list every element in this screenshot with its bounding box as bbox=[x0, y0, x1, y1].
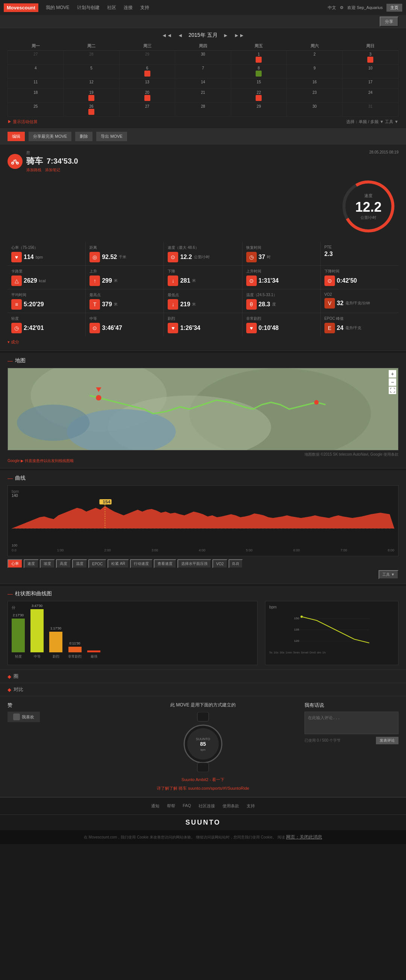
footer-link-community[interactable]: 社区连接 bbox=[198, 803, 215, 809]
share-button[interactable]: 分享 bbox=[380, 16, 398, 27]
circle-section-toggle[interactable]: ◆ 圈 bbox=[0, 670, 406, 683]
nav-connect[interactable]: 连接 bbox=[124, 5, 133, 11]
add-note-link[interactable]: 添加笔记 bbox=[45, 167, 60, 173]
calendar-cell[interactable]: 13 bbox=[119, 78, 175, 89]
calendar-cell[interactable]: 9 bbox=[287, 65, 342, 78]
calendar-cell[interactable]: 28 bbox=[175, 103, 231, 117]
map-zoom-in[interactable]: + bbox=[389, 370, 396, 378]
calendar-cell[interactable]: 29 bbox=[231, 103, 286, 117]
like-button[interactable]: 我喜欢 bbox=[8, 712, 40, 722]
stat-icon: ↓ bbox=[168, 275, 178, 286]
calendar-cell[interactable]: 15 bbox=[231, 78, 286, 89]
calendar-cell[interactable]: 1 bbox=[231, 51, 286, 65]
chart-tab-7[interactable]: 行动速度 bbox=[130, 559, 153, 568]
calendar-cell[interactable]: 7 bbox=[175, 65, 231, 78]
comment-input[interactable] bbox=[305, 712, 398, 734]
chart-tab-6[interactable]: 松紧 AR bbox=[107, 559, 129, 568]
login-button[interactable]: 主页 bbox=[387, 4, 402, 12]
next-month-btn[interactable]: ► bbox=[223, 32, 229, 38]
chart-tab-3[interactable]: 高度 bbox=[56, 559, 71, 568]
stat-cell-9: 下降时间 ⊙ 0:42'50 bbox=[321, 266, 398, 289]
calendar-cell[interactable]: 27 bbox=[119, 103, 175, 117]
google-maps-link[interactable]: Google ▶ 抖直接悬停以出发到线线图顺 bbox=[8, 458, 398, 463]
prev-month-btn[interactable]: ◄ bbox=[178, 32, 183, 38]
compare-section-toggle[interactable]: ◆ 对比 bbox=[0, 683, 406, 696]
more-stats-link[interactable]: ▾ 成分 bbox=[8, 339, 398, 345]
stat-value-row: ♥ 114 bpm bbox=[11, 252, 82, 262]
calendar-cell[interactable]: 14 bbox=[175, 78, 231, 89]
chart-tab-10[interactable]: VO2 bbox=[213, 559, 227, 568]
calendar-cell[interactable]: 19 bbox=[64, 89, 119, 103]
show-activities-btn[interactable]: ▶ 显示活动估算 bbox=[8, 119, 38, 125]
calendar-cell[interactable]: 23 bbox=[287, 89, 342, 103]
calendar-cell[interactable]: 26 bbox=[64, 103, 119, 117]
calendar-cell[interactable]: 27 bbox=[8, 51, 64, 65]
calendar-cell[interactable]: 21 bbox=[175, 89, 231, 103]
calendar-cell[interactable]: 25 bbox=[8, 103, 64, 117]
device-link[interactable]: Suunto Ambit2 - 看一下 bbox=[109, 777, 297, 783]
calendar-cell[interactable]: 8 bbox=[231, 65, 286, 78]
delete-button[interactable]: 删除 bbox=[75, 132, 93, 141]
footer-link-support[interactable]: 支持 bbox=[246, 803, 255, 809]
bar-chart-section: 柱状图和曲线图 分 2:17'30 轻度 3:47'30 中等 bbox=[0, 586, 406, 670]
footer-link-notice[interactable]: 通知 bbox=[151, 803, 160, 809]
nav-support[interactable]: 支持 bbox=[140, 5, 149, 11]
footer-link-help[interactable]: 帮帮 bbox=[167, 803, 175, 809]
nav-plan-create[interactable]: 计划与创建 bbox=[77, 5, 100, 11]
calendar-cell[interactable]: 30 bbox=[287, 103, 342, 117]
calendar-cell[interactable]: 31 bbox=[342, 103, 398, 117]
map-zoom-out[interactable]: − bbox=[389, 378, 396, 386]
calendar-cell[interactable]: 20 bbox=[119, 89, 175, 103]
chart-tab-4[interactable]: 温度 bbox=[72, 559, 87, 568]
learn-more-link[interactable]: 详了解了解 骑车 suunto.com/sports/#!/SuuntoRide bbox=[109, 786, 297, 791]
chart-tab-8[interactable]: 查看速度 bbox=[154, 559, 176, 568]
calendar-cell[interactable]: 30 bbox=[175, 51, 231, 65]
calendar-cell[interactable]: 22 bbox=[231, 89, 286, 103]
calendar-cell[interactable]: 24 bbox=[342, 89, 398, 103]
footer-link-faq[interactable]: FAQ bbox=[183, 803, 191, 809]
calendar-cell[interactable]: 12 bbox=[64, 78, 119, 89]
cookie-link[interactable]: 网页：关闭此消息 bbox=[286, 834, 322, 840]
calendar-cell[interactable]: 10 bbox=[342, 65, 398, 78]
chart-tab-2[interactable]: 坡度 bbox=[40, 559, 55, 568]
calendar-cell[interactable]: 4 bbox=[8, 65, 64, 78]
stat-label: 卡路里 bbox=[11, 269, 82, 274]
add-route-link[interactable]: 添加路线 bbox=[26, 167, 42, 173]
calendar-cell[interactable]: 18 bbox=[8, 89, 64, 103]
calendar-cell[interactable]: 29 bbox=[119, 51, 175, 65]
move-detail: 您 骑车 7:34'53.0 添加路线 添加笔记 28.05.2015 08:1… bbox=[0, 145, 406, 351]
calendar-cell[interactable]: 28 bbox=[64, 51, 119, 65]
chart-tab-5[interactable]: EPOC bbox=[88, 559, 106, 568]
calendar-cell[interactable]: 3 bbox=[342, 51, 398, 65]
next-year-btn[interactable]: ►► bbox=[234, 32, 245, 38]
comment-submit-button[interactable]: 发表评论 bbox=[376, 737, 398, 744]
footer-brand: SUUNTO bbox=[0, 815, 406, 830]
calendar-cell[interactable]: 6 bbox=[119, 65, 175, 78]
share-best-button[interactable]: 分享最完美 MOVE bbox=[29, 132, 72, 141]
chart-tab-11[interactable]: R-R bbox=[229, 559, 243, 568]
calendar-cell[interactable]: 2 bbox=[287, 51, 342, 65]
chart-tools-button[interactable]: 工具 ▼ bbox=[379, 570, 398, 579]
nav-community[interactable]: 社区 bbox=[107, 5, 116, 11]
build-section: 此 MOVE 是用下面的方式建立的 SUUNTO 85 bpm bbox=[109, 702, 297, 791]
language-selector[interactable]: 中文 bbox=[328, 5, 336, 11]
calendar-cell[interactable]: 16 bbox=[287, 78, 342, 89]
footer-link-terms[interactable]: 使用条款 bbox=[222, 803, 239, 809]
calendar-cell[interactable]: 11 bbox=[8, 78, 64, 89]
calendar-cell[interactable]: 17 bbox=[342, 78, 398, 89]
chart-tab-1[interactable]: 速度 bbox=[24, 559, 39, 568]
chart-tab-0[interactable]: 心率 bbox=[8, 559, 22, 568]
nav-my-move[interactable]: 我的 MOVE bbox=[46, 5, 70, 11]
calendar-cell[interactable]: 5 bbox=[64, 65, 119, 78]
user-greeting: 欢迎 Sep_Aquarius bbox=[347, 5, 383, 11]
filter-label[interactable]: 选择：单频 / 多频 ▼ 工具 ▼ bbox=[346, 119, 398, 125]
export-button[interactable]: 导出 MOVE bbox=[96, 132, 127, 141]
prev-year-btn[interactable]: ◄◄ bbox=[161, 32, 172, 38]
edit-button[interactable]: 编辑 bbox=[8, 132, 25, 141]
map-expand[interactable]: ⛶ bbox=[389, 387, 396, 394]
chart-tab-9[interactable]: 选择水平面压强 bbox=[177, 559, 211, 568]
move-name: 骑车 bbox=[26, 155, 43, 167]
logo[interactable]: Movescount bbox=[4, 3, 38, 12]
settings-icon[interactable]: ⚙ bbox=[340, 5, 344, 10]
stat-value-row: ↓ 281 米 bbox=[168, 275, 238, 286]
